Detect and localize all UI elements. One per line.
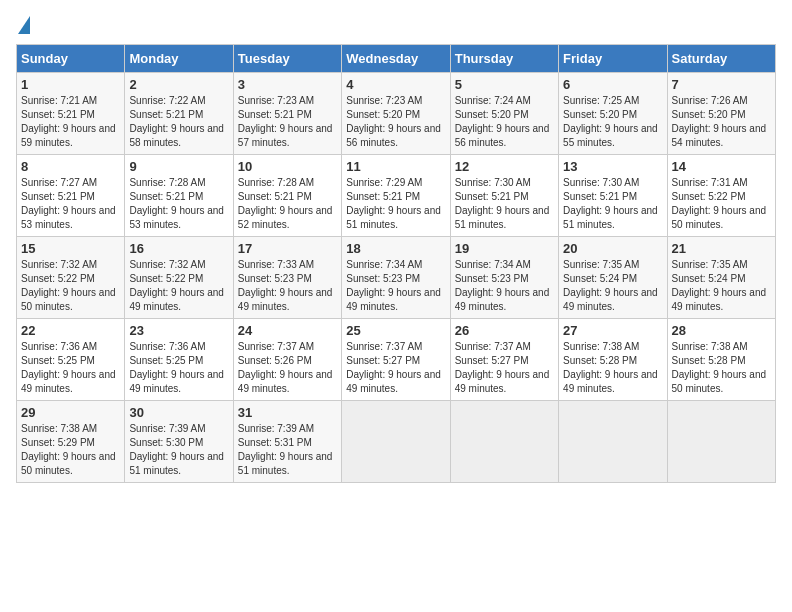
calendar-day-cell: 8Sunrise: 7:27 AMSunset: 5:21 PMDaylight…	[17, 155, 125, 237]
calendar-week-row: 22Sunrise: 7:36 AMSunset: 5:25 PMDayligh…	[17, 319, 776, 401]
day-number: 29	[21, 405, 120, 420]
calendar-week-row: 8Sunrise: 7:27 AMSunset: 5:21 PMDaylight…	[17, 155, 776, 237]
weekday-header: Monday	[125, 45, 233, 73]
day-info: Sunrise: 7:36 AMSunset: 5:25 PMDaylight:…	[129, 340, 228, 396]
calendar-week-row: 1Sunrise: 7:21 AMSunset: 5:21 PMDaylight…	[17, 73, 776, 155]
day-number: 10	[238, 159, 337, 174]
calendar-day-cell	[559, 401, 667, 483]
calendar-week-row: 15Sunrise: 7:32 AMSunset: 5:22 PMDayligh…	[17, 237, 776, 319]
day-info: Sunrise: 7:23 AMSunset: 5:20 PMDaylight:…	[346, 94, 445, 150]
day-info: Sunrise: 7:33 AMSunset: 5:23 PMDaylight:…	[238, 258, 337, 314]
calendar-day-cell: 17Sunrise: 7:33 AMSunset: 5:23 PMDayligh…	[233, 237, 341, 319]
day-info: Sunrise: 7:23 AMSunset: 5:21 PMDaylight:…	[238, 94, 337, 150]
day-number: 30	[129, 405, 228, 420]
logo-triangle-icon	[18, 16, 30, 34]
day-info: Sunrise: 7:29 AMSunset: 5:21 PMDaylight:…	[346, 176, 445, 232]
calendar-day-cell: 10Sunrise: 7:28 AMSunset: 5:21 PMDayligh…	[233, 155, 341, 237]
day-info: Sunrise: 7:37 AMSunset: 5:26 PMDaylight:…	[238, 340, 337, 396]
day-number: 6	[563, 77, 662, 92]
day-number: 3	[238, 77, 337, 92]
day-info: Sunrise: 7:38 AMSunset: 5:28 PMDaylight:…	[672, 340, 771, 396]
day-info: Sunrise: 7:28 AMSunset: 5:21 PMDaylight:…	[129, 176, 228, 232]
calendar-day-cell: 23Sunrise: 7:36 AMSunset: 5:25 PMDayligh…	[125, 319, 233, 401]
calendar-day-cell: 11Sunrise: 7:29 AMSunset: 5:21 PMDayligh…	[342, 155, 450, 237]
day-number: 23	[129, 323, 228, 338]
calendar-day-cell: 28Sunrise: 7:38 AMSunset: 5:28 PMDayligh…	[667, 319, 775, 401]
day-number: 7	[672, 77, 771, 92]
calendar-day-cell: 21Sunrise: 7:35 AMSunset: 5:24 PMDayligh…	[667, 237, 775, 319]
logo	[16, 16, 30, 34]
calendar-day-cell: 6Sunrise: 7:25 AMSunset: 5:20 PMDaylight…	[559, 73, 667, 155]
day-number: 8	[21, 159, 120, 174]
calendar-day-cell: 4Sunrise: 7:23 AMSunset: 5:20 PMDaylight…	[342, 73, 450, 155]
day-info: Sunrise: 7:22 AMSunset: 5:21 PMDaylight:…	[129, 94, 228, 150]
day-info: Sunrise: 7:30 AMSunset: 5:21 PMDaylight:…	[563, 176, 662, 232]
calendar-day-cell: 14Sunrise: 7:31 AMSunset: 5:22 PMDayligh…	[667, 155, 775, 237]
day-info: Sunrise: 7:34 AMSunset: 5:23 PMDaylight:…	[455, 258, 554, 314]
calendar-day-cell: 9Sunrise: 7:28 AMSunset: 5:21 PMDaylight…	[125, 155, 233, 237]
day-info: Sunrise: 7:37 AMSunset: 5:27 PMDaylight:…	[346, 340, 445, 396]
calendar-header-row: SundayMondayTuesdayWednesdayThursdayFrid…	[17, 45, 776, 73]
day-number: 19	[455, 241, 554, 256]
day-info: Sunrise: 7:32 AMSunset: 5:22 PMDaylight:…	[21, 258, 120, 314]
weekday-header: Thursday	[450, 45, 558, 73]
calendar-day-cell: 24Sunrise: 7:37 AMSunset: 5:26 PMDayligh…	[233, 319, 341, 401]
day-number: 12	[455, 159, 554, 174]
calendar-day-cell	[450, 401, 558, 483]
day-number: 4	[346, 77, 445, 92]
calendar-day-cell: 1Sunrise: 7:21 AMSunset: 5:21 PMDaylight…	[17, 73, 125, 155]
day-info: Sunrise: 7:36 AMSunset: 5:25 PMDaylight:…	[21, 340, 120, 396]
day-number: 9	[129, 159, 228, 174]
day-number: 24	[238, 323, 337, 338]
calendar-day-cell: 12Sunrise: 7:30 AMSunset: 5:21 PMDayligh…	[450, 155, 558, 237]
day-info: Sunrise: 7:30 AMSunset: 5:21 PMDaylight:…	[455, 176, 554, 232]
calendar-day-cell: 19Sunrise: 7:34 AMSunset: 5:23 PMDayligh…	[450, 237, 558, 319]
day-number: 22	[21, 323, 120, 338]
page-header	[16, 16, 776, 34]
weekday-header: Tuesday	[233, 45, 341, 73]
day-number: 2	[129, 77, 228, 92]
calendar-day-cell: 22Sunrise: 7:36 AMSunset: 5:25 PMDayligh…	[17, 319, 125, 401]
day-number: 16	[129, 241, 228, 256]
day-info: Sunrise: 7:39 AMSunset: 5:31 PMDaylight:…	[238, 422, 337, 478]
day-info: Sunrise: 7:35 AMSunset: 5:24 PMDaylight:…	[563, 258, 662, 314]
day-number: 15	[21, 241, 120, 256]
calendar-week-row: 29Sunrise: 7:38 AMSunset: 5:29 PMDayligh…	[17, 401, 776, 483]
weekday-header: Saturday	[667, 45, 775, 73]
day-number: 13	[563, 159, 662, 174]
calendar-day-cell: 18Sunrise: 7:34 AMSunset: 5:23 PMDayligh…	[342, 237, 450, 319]
calendar-day-cell: 20Sunrise: 7:35 AMSunset: 5:24 PMDayligh…	[559, 237, 667, 319]
day-number: 27	[563, 323, 662, 338]
calendar-day-cell: 13Sunrise: 7:30 AMSunset: 5:21 PMDayligh…	[559, 155, 667, 237]
calendar-day-cell: 26Sunrise: 7:37 AMSunset: 5:27 PMDayligh…	[450, 319, 558, 401]
day-number: 5	[455, 77, 554, 92]
calendar-day-cell: 29Sunrise: 7:38 AMSunset: 5:29 PMDayligh…	[17, 401, 125, 483]
calendar-day-cell: 2Sunrise: 7:22 AMSunset: 5:21 PMDaylight…	[125, 73, 233, 155]
calendar-day-cell: 25Sunrise: 7:37 AMSunset: 5:27 PMDayligh…	[342, 319, 450, 401]
calendar-day-cell: 31Sunrise: 7:39 AMSunset: 5:31 PMDayligh…	[233, 401, 341, 483]
weekday-header: Sunday	[17, 45, 125, 73]
calendar-day-cell: 3Sunrise: 7:23 AMSunset: 5:21 PMDaylight…	[233, 73, 341, 155]
day-number: 17	[238, 241, 337, 256]
day-number: 28	[672, 323, 771, 338]
day-number: 20	[563, 241, 662, 256]
calendar-day-cell: 16Sunrise: 7:32 AMSunset: 5:22 PMDayligh…	[125, 237, 233, 319]
day-info: Sunrise: 7:38 AMSunset: 5:29 PMDaylight:…	[21, 422, 120, 478]
calendar-day-cell: 7Sunrise: 7:26 AMSunset: 5:20 PMDaylight…	[667, 73, 775, 155]
calendar-day-cell: 15Sunrise: 7:32 AMSunset: 5:22 PMDayligh…	[17, 237, 125, 319]
day-info: Sunrise: 7:28 AMSunset: 5:21 PMDaylight:…	[238, 176, 337, 232]
calendar-day-cell: 30Sunrise: 7:39 AMSunset: 5:30 PMDayligh…	[125, 401, 233, 483]
weekday-header: Wednesday	[342, 45, 450, 73]
weekday-header: Friday	[559, 45, 667, 73]
day-number: 21	[672, 241, 771, 256]
day-number: 11	[346, 159, 445, 174]
day-info: Sunrise: 7:34 AMSunset: 5:23 PMDaylight:…	[346, 258, 445, 314]
day-number: 1	[21, 77, 120, 92]
day-number: 26	[455, 323, 554, 338]
day-number: 14	[672, 159, 771, 174]
calendar-day-cell	[667, 401, 775, 483]
day-info: Sunrise: 7:32 AMSunset: 5:22 PMDaylight:…	[129, 258, 228, 314]
day-number: 25	[346, 323, 445, 338]
day-info: Sunrise: 7:37 AMSunset: 5:27 PMDaylight:…	[455, 340, 554, 396]
calendar-day-cell: 27Sunrise: 7:38 AMSunset: 5:28 PMDayligh…	[559, 319, 667, 401]
